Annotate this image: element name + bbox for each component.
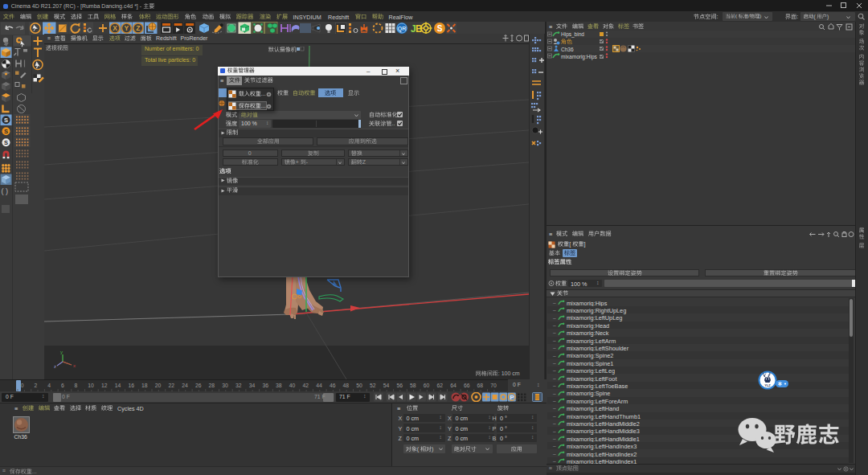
svg-text:48: 48	[343, 383, 350, 388]
svg-text:Z: Z	[136, 24, 140, 32]
svg-text:40: 40	[289, 383, 296, 388]
svg-text:62: 62	[437, 383, 444, 388]
svg-text:50: 50	[356, 383, 362, 388]
svg-text:38: 38	[276, 383, 282, 388]
svg-text:70: 70	[490, 383, 497, 388]
svg-text:YLZ: YLZ	[764, 383, 771, 387]
svg-text:≡: ≡	[549, 465, 552, 472]
svg-text:64: 64	[450, 383, 457, 388]
svg-text:8: 8	[75, 383, 78, 388]
svg-text:66: 66	[464, 383, 470, 388]
svg-text:≡: ≡	[2, 468, 6, 473]
svg-text:...: ...	[261, 103, 266, 109]
svg-text:30: 30	[222, 383, 228, 388]
svg-text:44: 44	[316, 383, 322, 388]
svg-text:≡: ≡	[549, 231, 552, 238]
svg-text:X: X	[113, 24, 117, 32]
svg-text:Z: Z	[362, 159, 366, 165]
svg-text:≡: ≡	[549, 23, 552, 31]
svg-text::: :	[717, 14, 719, 20]
svg-text:]: ]	[584, 241, 586, 248]
svg-text:P: P	[510, 394, 514, 401]
svg-text:28: 28	[209, 383, 215, 388]
svg-text:≡: ≡	[47, 35, 51, 41]
svg-text:12: 12	[101, 383, 108, 388]
svg-text:S: S	[4, 117, 8, 124]
svg-text:: 100 cm: : 100 cm	[498, 371, 520, 376]
svg-text:60: 60	[424, 383, 430, 388]
svg-text:(: (	[814, 14, 817, 20]
svg-text:S: S	[4, 128, 8, 135]
svg-text:14: 14	[115, 383, 121, 388]
svg-text:2: 2	[35, 383, 38, 388]
svg-text:46: 46	[330, 383, 336, 388]
svg-text:x: x	[73, 363, 76, 368]
svg-text:-: -	[306, 159, 309, 165]
svg-text:/: /	[748, 14, 750, 18]
svg-text:10: 10	[88, 383, 94, 388]
svg-text:≡: ≡	[220, 77, 223, 84]
svg-text:22: 22	[169, 383, 175, 388]
svg-text:42: 42	[303, 383, 309, 388]
svg-text:56: 56	[396, 383, 403, 388]
svg-text:32: 32	[235, 383, 242, 388]
svg-text:( ): ( )	[2, 187, 9, 195]
svg-text:S: S	[4, 139, 8, 146]
svg-text:54: 54	[383, 383, 390, 388]
svg-text:20: 20	[155, 383, 162, 388]
svg-text:): )	[432, 446, 433, 452]
svg-text:6: 6	[61, 383, 64, 388]
svg-text:68: 68	[477, 383, 484, 388]
svg-text:26: 26	[195, 383, 202, 388]
svg-text:..: ..	[392, 121, 395, 127]
svg-text:58: 58	[410, 383, 416, 388]
svg-text:16: 16	[128, 383, 134, 388]
svg-text:24: 24	[182, 383, 188, 388]
svg-text:0: 0	[21, 383, 24, 388]
svg-text:18: 18	[141, 383, 148, 388]
svg-text:0: 0	[248, 150, 252, 156]
svg-text:(: (	[735, 14, 737, 18]
svg-text:z: z	[54, 364, 56, 369]
svg-text:4: 4	[47, 383, 51, 388]
svg-text:[: [	[569, 241, 571, 248]
svg-text:≡: ≡	[397, 405, 400, 412]
svg-text::: :	[796, 14, 798, 20]
svg-text:+: +	[296, 159, 299, 165]
svg-text:34: 34	[249, 383, 256, 388]
svg-text:...: ...	[261, 91, 266, 96]
svg-text:Y: Y	[125, 24, 129, 32]
svg-text:...: ...	[32, 469, 37, 474]
svg-text:52: 52	[370, 383, 376, 388]
svg-text:≡: ≡	[14, 405, 18, 412]
svg-text:y: y	[60, 350, 63, 354]
svg-text:Cinema 4D R21.207 (RC) - [Rumb: Cinema 4D R21.207 (RC) - [Rumba Dancing.…	[11, 3, 142, 10]
svg-text:(: (	[417, 446, 420, 452]
svg-text:): )	[827, 14, 829, 20]
svg-text:36: 36	[262, 383, 268, 388]
svg-text:S: S	[437, 24, 443, 33]
svg-text:QR: QR	[398, 26, 407, 32]
svg-text:): )	[760, 14, 761, 18]
